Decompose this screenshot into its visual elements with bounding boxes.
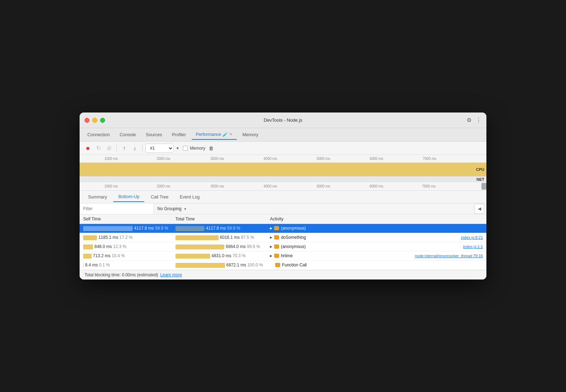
data-table: Self Time Total Time Activity 4117.8 ms … xyxy=(80,214,486,270)
total-time-cell: 6864.0 ms 99.9 % xyxy=(172,242,266,252)
tick-3000: 3000 ms xyxy=(210,157,224,161)
table-row[interactable]: 8.4 ms 0.1 %6872.1 ms 100.0 %Function Ca… xyxy=(80,260,486,270)
dropdown-arrow[interactable]: ▾ xyxy=(177,146,179,151)
activity-name: (anonymous) xyxy=(281,244,306,249)
more-icon[interactable]: ⋮ xyxy=(476,117,481,123)
tick-6000: 6000 ms xyxy=(370,157,383,161)
tick-2000: 2000 ms xyxy=(157,157,170,161)
tick-7000: 7000 ms xyxy=(423,157,436,161)
timeline-section: 1000 ms 2000 ms 3000 ms 4000 ms 5000 ms … xyxy=(80,155,486,191)
tab-event-log[interactable]: Event Log xyxy=(175,192,204,202)
col-self-time[interactable]: Self Time xyxy=(80,214,172,224)
activity-name: (anonymous) xyxy=(281,226,306,231)
grouping-arrow: ▾ xyxy=(184,207,186,211)
tab-close-icon[interactable]: ✕ xyxy=(229,132,232,137)
settings-icon[interactable]: ⚙ xyxy=(467,117,472,123)
folder-icon xyxy=(275,263,280,267)
btick-6000: 6000 ms xyxy=(370,184,383,188)
table-container: No Grouping ▾ ◀ Self Time Total Time Act… xyxy=(80,203,486,270)
table-row[interactable]: 1185.1 ms 17.2 %6016.1 ms 87.5 %▶doSomet… xyxy=(80,233,486,242)
bottom-tabs: Summary Bottom-Up Call Tree Event Log xyxy=(80,191,486,203)
activity-name: hrtime xyxy=(281,253,293,258)
learn-more-link[interactable]: Learn more xyxy=(160,272,182,277)
self-time-cell: 848.0 ms 12.3 % xyxy=(80,242,172,252)
activity-cell: ▶(anonymous) xyxy=(266,224,486,232)
tab-performance[interactable]: Performance 🧪 ✕ xyxy=(192,130,237,140)
cpu-label: CPU xyxy=(476,167,484,172)
net-bar: NET xyxy=(80,176,486,182)
maximize-button[interactable] xyxy=(100,118,105,123)
activity-cell: ▶doSomethingindex.js:8:21 xyxy=(266,233,486,242)
stop-button[interactable]: ⊘ xyxy=(104,144,114,153)
tab-bar: Connection Console Sources Profiler Perf… xyxy=(80,128,486,142)
upload-button[interactable]: ↑ xyxy=(120,144,129,153)
tick-5000: 5000 ms xyxy=(317,157,330,161)
activity-link[interactable]: index.js:8:21 xyxy=(461,235,483,240)
tab-summary[interactable]: Summary xyxy=(83,192,112,202)
btick-2000: 2000 ms xyxy=(157,184,170,188)
download-button[interactable]: ↓ xyxy=(130,144,139,153)
btick-1000: 1000 ms xyxy=(104,184,118,188)
activity-link[interactable]: index.js:1:1 xyxy=(463,244,483,249)
record-button[interactable]: ⏺ xyxy=(83,144,92,153)
delete-button[interactable]: 🗑 xyxy=(207,144,216,153)
grouping-label: No Grouping xyxy=(157,206,181,211)
activity-cell: ▶(anonymous)index.js:1:1 xyxy=(266,242,486,251)
activity-name: Function Call xyxy=(282,263,307,267)
memory-label: Memory xyxy=(190,146,205,151)
timeline-ruler-bottom: 1000 ms 2000 ms 3000 ms 4000 ms 5000 ms … xyxy=(80,182,486,190)
divider-2 xyxy=(142,145,143,152)
expand-icon[interactable]: ▶ xyxy=(270,226,272,230)
flask-icon: 🧪 xyxy=(223,132,228,137)
tab-call-tree[interactable]: Call Tree xyxy=(146,192,173,202)
timeline-ruler-top: 1000 ms 2000 ms 3000 ms 4000 ms 5000 ms … xyxy=(80,155,486,163)
cpu-bar: CPU xyxy=(80,163,486,176)
tab-memory[interactable]: Memory xyxy=(238,130,262,139)
filter-input[interactable] xyxy=(80,203,154,214)
collapse-button[interactable]: ◀ xyxy=(474,204,484,214)
btick-5000: 5000 ms xyxy=(317,184,330,188)
total-time-cell: 6016.1 ms 87.5 % xyxy=(172,233,266,242)
tab-profiler[interactable]: Profiler xyxy=(168,130,190,139)
btick-4000: 4000 ms xyxy=(264,184,277,188)
table-row[interactable]: 848.0 ms 12.3 %6864.0 ms 99.9 %▶(anonymo… xyxy=(80,242,486,252)
self-time-cell: 1185.1 ms 17.2 % xyxy=(80,233,172,242)
col-total-time[interactable]: Total Time xyxy=(172,214,266,224)
tab-console[interactable]: Console xyxy=(115,130,140,139)
grouping-select[interactable]: No Grouping ▾ xyxy=(154,203,474,214)
memory-checkbox[interactable] xyxy=(183,146,188,151)
expand-icon[interactable]: ▶ xyxy=(270,245,272,248)
self-time-cell: 713.2 ms 10.4 % xyxy=(80,251,172,260)
profile-select[interactable]: #1 xyxy=(145,144,174,153)
tick-1000: 1000 ms xyxy=(104,157,118,161)
folder-icon xyxy=(274,254,279,258)
filter-row: No Grouping ▾ ◀ xyxy=(80,203,486,214)
col-activity[interactable]: Activity xyxy=(266,214,486,224)
memory-checkbox-area[interactable]: Memory xyxy=(183,146,205,151)
self-time-cell: 8.4 ms 0.1 % xyxy=(80,260,172,270)
close-button[interactable] xyxy=(85,118,89,123)
btick-3000: 3000 ms xyxy=(210,184,224,188)
net-label: NET xyxy=(477,177,484,181)
toolbar: ⏺ ↻ ⊘ ↑ ↓ #1 ▾ Memory 🗑 xyxy=(80,142,486,155)
expand-icon[interactable]: ▶ xyxy=(270,254,272,258)
timeline-scrollbar[interactable] xyxy=(481,183,486,190)
title-bar-actions: ⚙ ⋮ xyxy=(467,117,481,123)
minimize-button[interactable] xyxy=(92,118,97,123)
title-bar: DevTools - Node.js ⚙ ⋮ xyxy=(80,113,486,128)
expand-icon[interactable]: ▶ xyxy=(270,236,272,239)
activity-cell: ▶hrtimenode:internal/process/per_thread:… xyxy=(266,252,486,260)
table-row[interactable]: 713.2 ms 10.4 %4831.0 ms 70.3 %▶hrtimeno… xyxy=(80,251,486,260)
tab-sources[interactable]: Sources xyxy=(142,130,166,139)
divider-1 xyxy=(116,145,117,152)
tab-bottom-up[interactable]: Bottom-Up xyxy=(113,192,144,202)
activity-name: doSomething xyxy=(281,235,306,240)
tab-connection[interactable]: Connection xyxy=(83,130,114,139)
reload-button[interactable]: ↻ xyxy=(94,144,103,153)
btick-7000: 7000 ms xyxy=(422,184,435,188)
activity-link[interactable]: node:internal/process/per_thread:79:16 xyxy=(415,254,483,258)
devtools-window: DevTools - Node.js ⚙ ⋮ Connection Consol… xyxy=(80,113,486,279)
status-text: Total blocking time: 0.00ms (estimated) xyxy=(85,272,158,277)
status-bar: Total blocking time: 0.00ms (estimated) … xyxy=(80,270,486,279)
table-row[interactable]: 4117.8 ms 59.9 %4117.8 ms 59.9 %▶(anonym… xyxy=(80,224,486,233)
